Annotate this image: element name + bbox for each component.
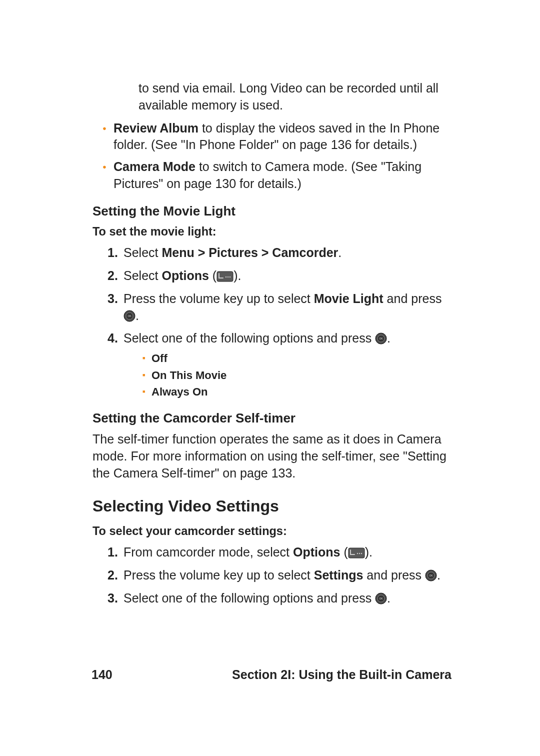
heading-video-settings: Selecting Video Settings [92,496,452,517]
step-text: and press [363,568,425,582]
self-timer-text: The self-timer function operates the sam… [92,431,452,482]
step-text: . [387,331,390,345]
step-text: Select [124,268,162,282]
step-text: ( [340,545,348,559]
page-number: 140 [92,668,112,682]
movie-light-options: Off On This Movie Always On [142,351,452,400]
step-text: ( [209,268,216,282]
step-bold: Menu > Pictures > Camcorder [162,246,338,260]
step-item: Press the volume key up to select Movie … [108,290,452,324]
step-item: Select one of the following options and … [108,330,452,400]
right-softkey-icon [348,546,365,557]
ok-button-icon [375,592,387,604]
step-item: Press the volume key up to select Settin… [108,567,452,584]
step-text: ). [365,545,372,559]
step-item: From camcorder mode, select Options (). [108,544,452,561]
ok-button-icon [375,332,387,344]
manual-page: to send via email. Long Video can be rec… [0,0,540,607]
section-title: Section 2I: Using the Built-in Camera [232,668,452,682]
step-bold: Settings [314,568,364,582]
continued-paragraph: to send via email. Long Video can be rec… [138,80,452,114]
intro-video-settings: To select your camcorder settings: [92,524,452,540]
bullet-camera-mode: Camera Mode to switch to Camera mode. (S… [102,158,452,192]
step-item: Select Menu > Pictures > Camcorder. [108,244,452,262]
heading-self-timer: Setting the Camcorder Self-timer [92,410,452,427]
step-item: Select Options (). [108,268,452,284]
bullet-bold: Review Album [114,121,198,135]
step-text: Press the volume key up to select [124,568,314,582]
step-text: Select one of the following options and … [124,591,375,605]
bullet-bold: Camera Mode [114,160,196,174]
step-bold: Options [293,545,340,559]
step-text: Press the volume key up to select [124,292,314,306]
steps-movie-light: Select Menu > Pictures > Camcorder. Sele… [108,244,452,400]
intro-movie-light: To set the movie light: [92,224,452,240]
ok-button-icon [425,569,437,581]
right-softkey-icon [216,270,234,280]
step-text: . [136,308,139,322]
page-footer: 140 Section 2I: Using the Built-in Camer… [92,668,452,682]
step-item: Select one of the following options and … [108,590,452,607]
step-text: . [338,246,342,260]
feature-bullet-list: Review Album to display the videos saved… [102,120,452,192]
steps-video-settings: From camcorder mode, select Options (). … [108,544,452,606]
step-text: Select [124,246,162,260]
step-text: From camcorder mode, select [124,545,293,559]
bullet-review-album: Review Album to display the videos saved… [102,120,452,154]
ok-button-icon [124,310,136,322]
step-bold: Options [162,268,208,282]
heading-movie-light: Setting the Movie Light [92,202,452,220]
option-off: Off [142,351,452,366]
option-on-this-movie: On This Movie [142,368,452,383]
step-text: . [437,568,440,582]
option-always-on: Always On [142,384,452,400]
step-text: . [387,591,390,605]
step-text: and press [384,292,442,306]
step-text: ). [234,268,241,282]
step-text: Select one of the following options and … [124,331,375,345]
step-bold: Movie Light [314,292,384,306]
